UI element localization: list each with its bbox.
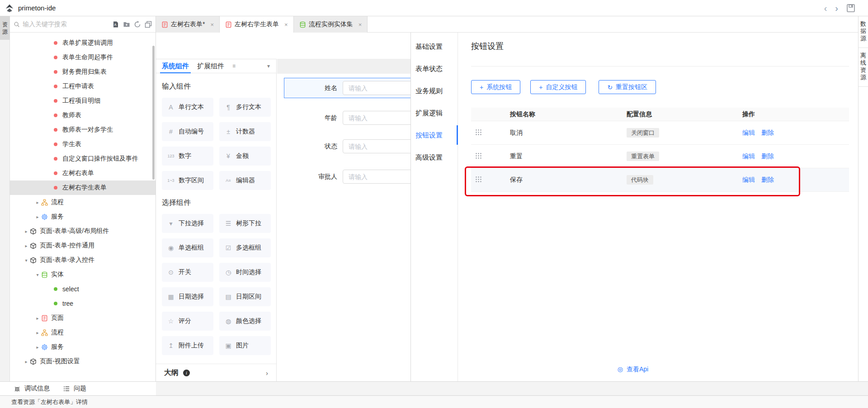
settings-menu-业务规则[interactable]: 业务规则 [411, 80, 458, 102]
action-删除[interactable]: 删除 [761, 129, 774, 136]
nav-back-icon[interactable]: ‹ [824, 4, 827, 13]
palette-item-树形下拉[interactable]: ☰树形下拉 [219, 214, 271, 233]
field-input-审批人[interactable] [343, 170, 410, 184]
palette-item-编辑器[interactable]: A≡编辑器 [219, 171, 271, 190]
caret-right-icon[interactable]: ▸ [35, 200, 40, 205]
import-file-icon[interactable]: A [112, 21, 119, 28]
settings-menu-基础设置[interactable]: 基础设置 [411, 35, 458, 57]
palette-item-下拉选择[interactable]: ▾下拉选择 [162, 214, 213, 233]
palette-item-单行文本[interactable]: A单行文本 [162, 98, 213, 117]
palette-item-多行文本[interactable]: ¶多行文本 [219, 98, 271, 117]
tree-item-自定义窗口操作按钮及事件[interactable]: 自定义窗口操作按钮及事件 [10, 152, 156, 166]
tree-item-教师表[interactable]: 教师表 [10, 108, 156, 123]
button-自定义按钮[interactable]: +自定义按钮 [530, 80, 586, 94]
tree-item-表单扩展逻辑调用[interactable]: 表单扩展逻辑调用 [10, 36, 156, 50]
palette-item-数字区间[interactable]: 1~3数字区间 [162, 171, 213, 190]
tree-item-左树右学生表单[interactable]: 左树右学生表单 [10, 180, 156, 195]
tree-item-工程申请表[interactable]: 工程申请表 [10, 79, 156, 94]
settings-menu-表单状态[interactable]: 表单状态 [411, 57, 458, 80]
action-编辑[interactable]: 编辑 [742, 152, 755, 160]
palette-tab-系统组件[interactable]: 系统组件 [162, 59, 189, 73]
caret-right-icon[interactable]: ▸ [24, 243, 29, 248]
problems-button[interactable]: 问题 [63, 384, 86, 393]
close-icon[interactable]: × [284, 21, 288, 28]
tree-scrollbar[interactable] [152, 46, 155, 180]
settings-menu-按钮设置[interactable]: 按钮设置 [411, 124, 458, 146]
tree-item-select[interactable]: select [10, 282, 156, 296]
tree-item-流程[interactable]: ▸流程 [10, 195, 156, 209]
form-field-姓名[interactable]: 姓名 [277, 81, 410, 95]
tree-item-页面-表单-录入控件[interactable]: ▾页面-表单-录入控件 [10, 253, 156, 267]
settings-menu-扩展逻辑[interactable]: 扩展逻辑 [411, 102, 458, 124]
tree-item-页面[interactable]: ▸页面 [10, 311, 156, 325]
palette-item-时间选择[interactable]: ◷时间选择 [219, 263, 271, 282]
field-input-姓名[interactable] [343, 81, 410, 95]
caret-down-icon[interactable]: ▾ [24, 258, 29, 263]
tree-item-左树右表单[interactable]: 左树右表单 [10, 166, 156, 180]
action-编辑[interactable]: 编辑 [742, 176, 755, 183]
drag-handle-icon[interactable] [475, 128, 481, 136]
tree-item-财务费用归集表[interactable]: 财务费用归集表 [10, 65, 156, 79]
tree-item-tree[interactable]: tree [10, 296, 156, 311]
tree-item-页面-表单-控件通用[interactable]: ▸页面-表单-控件通用 [10, 238, 156, 253]
palette-collapse-icon[interactable]: ▾ [267, 63, 270, 69]
caret-right-icon[interactable]: ▸ [35, 345, 40, 350]
caret-right-icon[interactable]: ▸ [35, 214, 40, 219]
palette-item-附件上传[interactable]: ↥附件上传 [162, 336, 213, 355]
caret-right-icon[interactable]: ▸ [35, 330, 40, 335]
drag-handle-icon[interactable] [475, 176, 481, 183]
folder-add-icon[interactable] [123, 21, 130, 28]
form-field-审批人[interactable]: 审批人 [277, 170, 410, 184]
tree-item-学生表[interactable]: 学生表 [10, 137, 156, 152]
caret-down-icon[interactable]: ▾ [35, 272, 40, 277]
caret-right-icon[interactable]: ▸ [35, 316, 40, 321]
field-input-状态[interactable] [343, 139, 410, 153]
nav-forward-icon[interactable]: › [835, 4, 838, 13]
outline-expand-icon[interactable]: › [266, 369, 268, 377]
tab-流程实例实体集[interactable]: 流程实例实体集× [294, 16, 368, 33]
palette-tab-扩展组件[interactable]: 扩展组件 [197, 59, 224, 73]
rail-tab-resources[interactable]: 资源 [0, 16, 10, 40]
palette-item-计数器[interactable]: ±计数器 [219, 122, 271, 141]
tree-item-服务[interactable]: ▸服务 [10, 340, 156, 354]
view-api-link[interactable]: ◎查看Api [581, 365, 685, 374]
search-bar[interactable]: 输入关键字搜索 A [10, 16, 156, 33]
palette-item-单选框组[interactable]: ◉单选框组 [162, 238, 213, 257]
caret-right-icon[interactable]: ▸ [24, 359, 29, 364]
outline-bar[interactable]: 大纲 i › [156, 364, 276, 381]
action-删除[interactable]: 删除 [761, 176, 774, 183]
tab-左树右表单*[interactable]: 左树右表单*× [156, 16, 220, 33]
tree-item-教师表一对多学生[interactable]: 教师表一对多学生 [10, 123, 156, 137]
tree-item-工程项目明细[interactable]: 工程项目明细 [10, 94, 156, 108]
close-icon[interactable]: × [210, 21, 214, 28]
action-编辑[interactable]: 编辑 [742, 129, 755, 136]
palette-item-数字[interactable]: 123数字 [162, 147, 213, 166]
save-icon[interactable] [846, 4, 855, 13]
tree-item-服务[interactable]: ▸服务 [10, 209, 156, 224]
tree-item-流程[interactable]: ▸流程 [10, 325, 156, 340]
button-重置按钮区[interactable]: ↻重置按钮区 [599, 80, 656, 94]
tab-左树右学生表单[interactable]: 左树右学生表单× [220, 16, 294, 33]
palette-item-日期区间[interactable]: ▤日期区间 [219, 287, 271, 306]
palette-item-颜色选择[interactable]: ◍颜色选择 [219, 312, 271, 331]
drag-handle-icon[interactable] [475, 152, 481, 160]
palette-item-自动编号[interactable]: #自动编号 [162, 122, 213, 141]
restore-window-icon[interactable] [145, 21, 152, 28]
palette-item-金额[interactable]: ¥金额 [219, 147, 271, 166]
palette-item-多选框组[interactable]: ☑多选框组 [219, 238, 271, 257]
tree-item-页面-表单-高级/布局组件[interactable]: ▸页面-表单-高级/布局组件 [10, 224, 156, 238]
debug-info-button[interactable]: 调试信息 [14, 384, 50, 393]
tree-item-页面-视图设置[interactable]: ▸页面-视图设置 [10, 354, 156, 369]
form-field-状态[interactable]: 状态 [277, 139, 410, 153]
palette-item-评分[interactable]: ☆评分 [162, 312, 213, 331]
tree-item-实体[interactable]: ▾实体 [10, 267, 156, 282]
rail-tab-数据源[interactable]: 数据源 [859, 16, 868, 48]
rail-tab-离线资源[interactable]: 离线资源 [859, 48, 868, 87]
palette-item-日期选择[interactable]: ▦日期选择 [162, 287, 213, 306]
caret-right-icon[interactable]: ▸ [24, 229, 29, 234]
palette-menu-icon[interactable]: ≡ [232, 63, 236, 69]
form-field-年龄[interactable]: 年龄 [277, 111, 410, 125]
tree-item-表单生命周起事件[interactable]: 表单生命周起事件 [10, 50, 156, 65]
action-删除[interactable]: 删除 [761, 152, 774, 160]
refresh-icon[interactable] [134, 21, 141, 28]
